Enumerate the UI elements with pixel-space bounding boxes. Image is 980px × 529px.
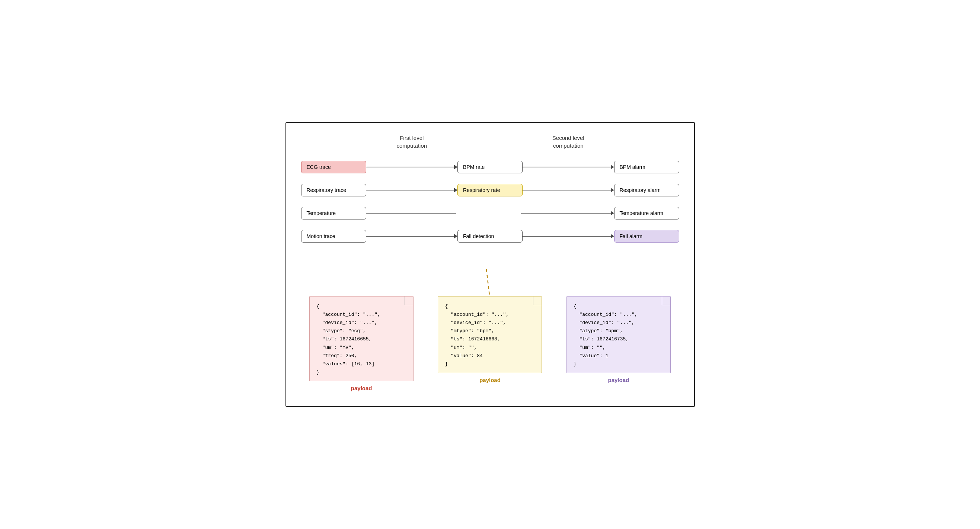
payload-yellow-line-8: } <box>445 360 535 368</box>
payload-yellow-line-3: "device_id": "...", <box>445 319 535 327</box>
node-ecg-trace: ECG trace <box>301 161 366 173</box>
payload-red-line-4: "stype": "ecg", <box>317 327 406 335</box>
node-respiratory-rate: Respiratory rate <box>457 184 523 196</box>
payload-red-line-3: "device_id": "...", <box>317 319 406 327</box>
flow-row-ecg: ECG trace BPM rate BPM alarm <box>301 161 679 173</box>
payload-red-line-6: "um": "mV", <box>317 344 406 352</box>
payload-purple-line-7: "value": 1 <box>574 352 663 360</box>
payload-purple-line-6: "um": "", <box>574 344 663 352</box>
payload-yellow-line-6: "um": "", <box>445 344 535 352</box>
payload-purple-label: payload <box>608 377 629 383</box>
flow-row-motion: Motion trace Fall detection Fall alarm <box>301 230 679 243</box>
node-motion-trace: Motion trace <box>301 230 366 243</box>
payload-red-line-1: { <box>317 302 406 311</box>
node-bpm-alarm: BPM alarm <box>614 161 679 173</box>
payload-purple-line-4: "atype": "bpm", <box>574 327 663 335</box>
payload-yellow-line-5: "ts": 1672416668, <box>445 335 535 343</box>
payload-purple-line-1: { <box>574 302 663 311</box>
node-temperature-alarm: Temperature alarm <box>614 207 679 219</box>
payload-red-line-9: } <box>317 368 406 376</box>
payload-red-line-5: "ts": 1672416655, <box>317 335 406 343</box>
payload-card-red: { "account_id": "...", "device_id": "...… <box>309 296 414 381</box>
payload-purple-line-8: } <box>574 360 663 368</box>
flow-row-temperature: Temperature placeholder Temperature alar… <box>301 207 679 219</box>
payload-card-yellow: { "account_id": "...", "device_id": "...… <box>438 296 542 373</box>
node-fall-detection: Fall detection <box>457 230 523 243</box>
payload-card-purple: { "account_id": "...", "device_id": "...… <box>566 296 671 373</box>
payload-red-line-8: "values": [16, 13] <box>317 360 406 368</box>
payload-red-line-7: "freq": 250, <box>317 352 406 360</box>
payload-purple-line-2: "account_id": "...", <box>574 311 663 319</box>
payload-yellow-line-4: "mtype": "bpm", <box>445 327 535 335</box>
second-level-label: Second level computation <box>552 135 584 149</box>
diagram: ECG trace BPM rate BPM alarm Respiratory… <box>301 161 679 274</box>
payload-yellow-line-1: { <box>445 302 535 311</box>
main-container: First level computation Second level com… <box>285 122 695 407</box>
dashed-lines-svg <box>301 243 679 272</box>
payload-purple-line-3: "device_id": "...", <box>574 319 663 327</box>
node-temperature: Temperature <box>301 207 366 219</box>
payload-yellow-label: payload <box>479 377 501 383</box>
node-respiratory-alarm: Respiratory alarm <box>614 184 679 196</box>
node-bpm-rate: BPM rate <box>457 161 523 173</box>
node-respiratory-trace: Respiratory trace <box>301 184 366 196</box>
payload-yellow-line-2: "account_id": "...", <box>445 311 535 319</box>
payload-red-label: payload <box>351 385 372 391</box>
payload-red-line-2: "account_id": "...", <box>317 311 406 319</box>
header-row: First level computation Second level com… <box>301 134 679 149</box>
flow-row-respiratory: Respiratory trace Respiratory rate Respi… <box>301 184 679 196</box>
first-level-label: First level computation <box>396 135 427 149</box>
payload-yellow-line-7: "value": 84 <box>445 352 535 360</box>
payloads-row: { "account_id": "...", "device_id": "...… <box>301 296 679 391</box>
node-fall-alarm: Fall alarm <box>614 230 679 243</box>
payload-purple-line-5: "ts": 1672416735, <box>574 335 663 343</box>
